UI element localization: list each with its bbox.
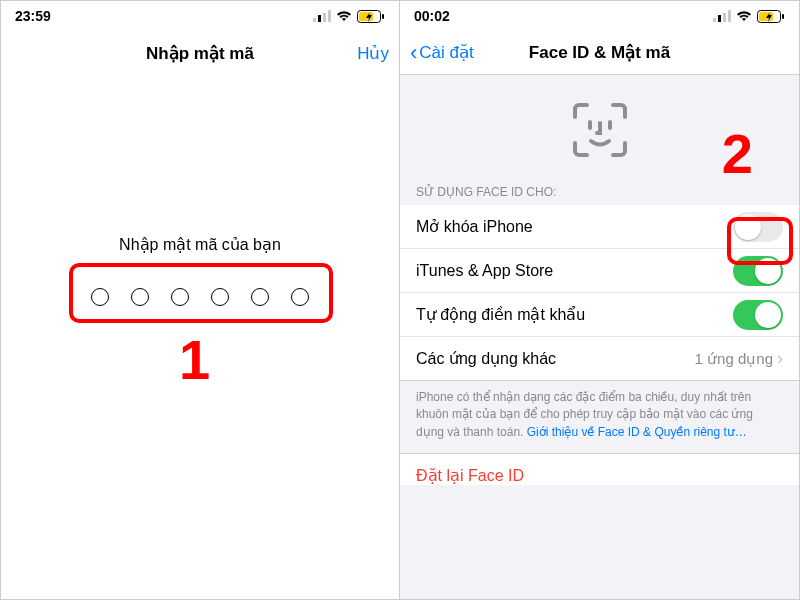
svg-rect-2 [323, 13, 326, 22]
svg-rect-10 [728, 10, 731, 22]
status-time: 23:59 [15, 8, 51, 24]
cancel-button[interactable]: Hủy [357, 43, 389, 64]
chevron-left-icon: ‹ [410, 42, 417, 64]
wifi-icon [736, 10, 752, 22]
svg-rect-1 [318, 15, 321, 22]
row-label: iTunes & App Store [416, 262, 553, 280]
cellular-signal-icon [713, 10, 731, 22]
svg-rect-3 [328, 10, 331, 22]
status-indicators [713, 10, 785, 23]
nav-title: Nhập mật mã [1, 43, 399, 64]
row-label: Tự động điền mật khẩu [416, 305, 585, 324]
toggle-autofill-password[interactable] [733, 300, 783, 330]
toggle-itunes-appstore[interactable] [733, 256, 783, 286]
passcode-dots[interactable] [73, 278, 327, 316]
svg-rect-9 [723, 13, 726, 22]
passcode-dot [291, 288, 309, 306]
screen-passcode: 23:59 Nhập mật mã Hủy Nhập mật mã của bạ… [1, 1, 400, 599]
status-bar-left: 23:59 [1, 1, 399, 31]
passcode-dot [171, 288, 189, 306]
section-footer: iPhone có thể nhận dạng các đặc điểm ba … [400, 381, 799, 453]
other-apps-count: 1 ứng dụng [695, 350, 773, 368]
annotation-number-1: 1 [179, 327, 210, 392]
cellular-signal-icon [313, 10, 331, 22]
svg-rect-6 [382, 14, 384, 19]
toggle-unlock-iphone[interactable] [733, 212, 783, 242]
nav-bar-left: Nhập mật mã Hủy [1, 31, 399, 75]
back-button[interactable]: ‹ Cài đặt [410, 42, 474, 64]
row-itunes-appstore[interactable]: iTunes & App Store [400, 249, 799, 293]
status-indicators [313, 10, 385, 23]
row-other-apps[interactable]: Các ứng dụng khác 1 ứng dụng › [400, 337, 799, 381]
row-label: Đặt lại Face ID [416, 467, 524, 484]
faceid-hero [400, 75, 799, 179]
status-time: 00:02 [414, 8, 450, 24]
svg-rect-8 [718, 15, 721, 22]
wifi-icon [336, 10, 352, 22]
row-reset-faceid[interactable]: Đặt lại Face ID [400, 453, 799, 485]
svg-rect-13 [782, 14, 784, 19]
nav-bar-right: ‹ Cài đặt Face ID & Mật mã [400, 31, 799, 75]
faceid-uses-list: Mở khóa iPhone iTunes & App Store Tự độn… [400, 205, 799, 381]
svg-rect-7 [713, 18, 716, 22]
faceid-privacy-link[interactable]: Giới thiệu về Face ID & Quyền riêng tư… [527, 425, 747, 439]
chevron-right-icon: › [777, 348, 783, 369]
screen-faceid-settings: 00:02 ‹ Cài đặt Face ID & Mật mã [400, 1, 799, 599]
battery-icon [357, 10, 385, 23]
status-bar-right: 00:02 [400, 1, 799, 31]
passcode-area: Nhập mật mã của bạn [1, 235, 399, 316]
faceid-icon [571, 101, 629, 159]
back-label: Cài đặt [419, 42, 473, 63]
row-label: Các ứng dụng khác [416, 349, 556, 368]
passcode-dot [91, 288, 109, 306]
passcode-prompt: Nhập mật mã của bạn [119, 235, 281, 254]
passcode-dot [211, 288, 229, 306]
row-value: 1 ứng dụng › [695, 348, 783, 369]
row-unlock-iphone[interactable]: Mở khóa iPhone [400, 205, 799, 249]
battery-icon [757, 10, 785, 23]
row-label: Mở khóa iPhone [416, 217, 533, 236]
row-autofill-password[interactable]: Tự động điền mật khẩu [400, 293, 799, 337]
passcode-dot [251, 288, 269, 306]
section-header-use-faceid: SỬ DỤNG FACE ID CHO: [400, 179, 799, 205]
svg-rect-0 [313, 18, 316, 22]
passcode-dot [131, 288, 149, 306]
